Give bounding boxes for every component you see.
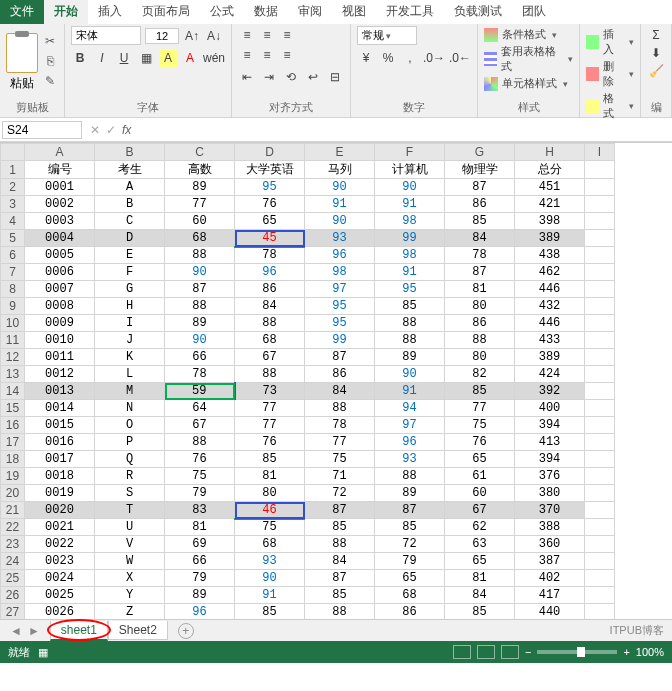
align-center-icon[interactable]: ≡ — [258, 46, 276, 64]
cell[interactable]: 93 — [235, 553, 305, 570]
cell[interactable]: 90 — [165, 264, 235, 281]
cell[interactable] — [585, 519, 615, 536]
format-painter-icon[interactable]: ✎ — [42, 74, 58, 90]
cell[interactable]: 98 — [375, 247, 445, 264]
row-header[interactable]: 11 — [1, 332, 25, 349]
cell[interactable]: 417 — [515, 587, 585, 604]
number-format-combo[interactable]: 常规▾ — [357, 26, 417, 45]
cell[interactable]: 0022 — [25, 536, 95, 553]
wrap-text-icon[interactable]: ↩ — [304, 68, 322, 86]
copy-icon[interactable]: ⎘ — [42, 54, 58, 70]
cell[interactable]: 84 — [235, 298, 305, 315]
cell[interactable]: 86 — [235, 281, 305, 298]
cell[interactable]: 66 — [165, 553, 235, 570]
cell[interactable]: 86 — [375, 604, 445, 620]
row-header[interactable]: 5 — [1, 230, 25, 247]
row-header[interactable]: 24 — [1, 553, 25, 570]
cell[interactable]: 90 — [305, 179, 375, 196]
macro-record-icon[interactable]: ▦ — [38, 646, 48, 659]
cell[interactable]: 0024 — [25, 570, 95, 587]
cell[interactable]: X — [95, 570, 165, 587]
cell[interactable]: 0017 — [25, 451, 95, 468]
row-header[interactable]: 20 — [1, 485, 25, 502]
cell[interactable]: 0026 — [25, 604, 95, 620]
row-header[interactable]: 27 — [1, 604, 25, 620]
cell[interactable] — [585, 264, 615, 281]
cell[interactable]: 0023 — [25, 553, 95, 570]
cell[interactable]: 413 — [515, 434, 585, 451]
cell[interactable]: 87 — [305, 570, 375, 587]
currency-icon[interactable]: ¥ — [357, 49, 375, 67]
view-normal-icon[interactable] — [453, 645, 471, 659]
cell[interactable]: 77 — [235, 417, 305, 434]
cell[interactable]: 88 — [445, 332, 515, 349]
percent-icon[interactable]: % — [379, 49, 397, 67]
row-header[interactable]: 19 — [1, 468, 25, 485]
cell[interactable]: 446 — [515, 281, 585, 298]
cell[interactable]: F — [95, 264, 165, 281]
cell[interactable]: 89 — [165, 587, 235, 604]
cell[interactable]: 76 — [235, 196, 305, 213]
cell[interactable]: 94 — [375, 400, 445, 417]
cell[interactable]: 86 — [305, 366, 375, 383]
tab-layout[interactable]: 页面布局 — [132, 0, 200, 24]
cell[interactable]: W — [95, 553, 165, 570]
cell[interactable]: 98 — [305, 264, 375, 281]
row-header[interactable]: 21 — [1, 502, 25, 519]
row-header[interactable]: 9 — [1, 298, 25, 315]
cell[interactable] — [585, 230, 615, 247]
font-color-icon[interactable]: A — [181, 49, 199, 67]
cell[interactable]: 82 — [445, 366, 515, 383]
cell[interactable] — [585, 468, 615, 485]
tab-review[interactable]: 审阅 — [288, 0, 332, 24]
zoom-slider[interactable] — [537, 650, 617, 654]
cell[interactable]: 68 — [165, 230, 235, 247]
cell[interactable]: M — [95, 383, 165, 400]
name-box[interactable] — [2, 121, 82, 139]
cell[interactable]: 451 — [515, 179, 585, 196]
cell[interactable]: 75 — [165, 468, 235, 485]
cell[interactable]: 440 — [515, 604, 585, 620]
cell[interactable]: 68 — [375, 587, 445, 604]
cell[interactable]: 89 — [375, 485, 445, 502]
row-header[interactable]: 12 — [1, 349, 25, 366]
cell[interactable]: 93 — [305, 230, 375, 247]
sheet-nav-next-icon[interactable]: ► — [28, 624, 40, 638]
merge-icon[interactable]: ⊟ — [326, 68, 344, 86]
cell[interactable]: 462 — [515, 264, 585, 281]
cell[interactable]: 88 — [375, 332, 445, 349]
paste-icon[interactable] — [6, 33, 38, 73]
cell[interactable] — [585, 417, 615, 434]
cell[interactable]: 87 — [165, 281, 235, 298]
row-header[interactable]: 14 — [1, 383, 25, 400]
row-header[interactable]: 13 — [1, 366, 25, 383]
col-header[interactable]: H — [515, 144, 585, 161]
cell[interactable]: 63 — [445, 536, 515, 553]
insert-cells-button[interactable]: 插入▾ — [586, 26, 634, 58]
cell[interactable]: 402 — [515, 570, 585, 587]
cell[interactable]: R — [95, 468, 165, 485]
cell[interactable]: J — [95, 332, 165, 349]
row-header[interactable]: 10 — [1, 315, 25, 332]
cell[interactable]: 78 — [165, 366, 235, 383]
cell[interactable]: 81 — [445, 570, 515, 587]
sheet-tab-1[interactable]: sheet1 — [50, 621, 108, 641]
cell[interactable]: 88 — [165, 434, 235, 451]
cell[interactable]: V — [95, 536, 165, 553]
cell[interactable]: 91 — [375, 264, 445, 281]
cell[interactable]: 87 — [305, 349, 375, 366]
row-header[interactable]: 23 — [1, 536, 25, 553]
cell[interactable]: 72 — [375, 536, 445, 553]
zoom-in-icon[interactable]: + — [623, 646, 629, 658]
cell[interactable]: 90 — [305, 213, 375, 230]
cell[interactable] — [585, 298, 615, 315]
row-header[interactable]: 3 — [1, 196, 25, 213]
row-header[interactable]: 17 — [1, 434, 25, 451]
tab-insert[interactable]: 插入 — [88, 0, 132, 24]
view-layout-icon[interactable] — [477, 645, 495, 659]
cell[interactable]: T — [95, 502, 165, 519]
cell[interactable]: 90 — [165, 332, 235, 349]
fill-color-icon[interactable]: A — [159, 49, 177, 67]
cell[interactable]: 88 — [235, 366, 305, 383]
cell[interactable]: 87 — [445, 179, 515, 196]
